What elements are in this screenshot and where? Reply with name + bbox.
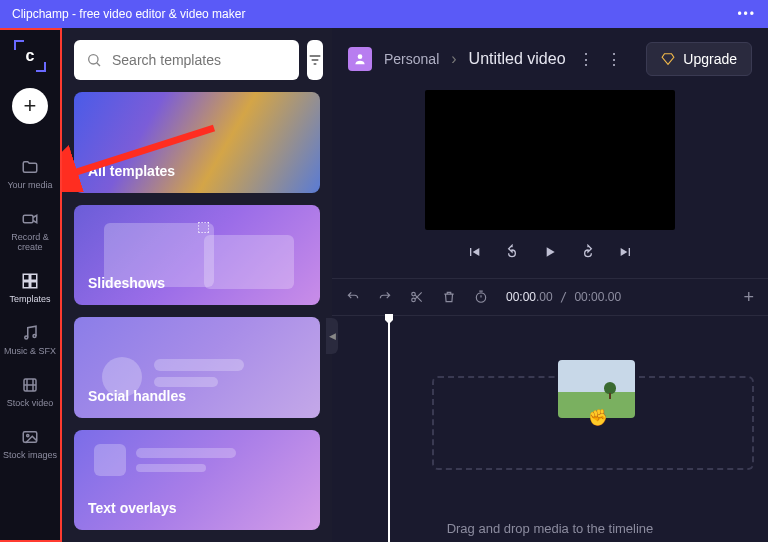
sidebar-item-label: Record & create (0, 232, 60, 252)
music-icon (21, 324, 39, 342)
sidebar-item-label: Your media (7, 180, 52, 190)
timeline-toolbar: 00:00.00 / 00:00.00 + (332, 278, 768, 316)
category-text-overlays[interactable]: Text overlays (74, 430, 320, 531)
chevron-right-icon: › (451, 50, 456, 68)
sidebar-item-label: Stock video (7, 398, 54, 408)
filter-icon (307, 52, 323, 68)
svg-rect-2 (31, 274, 37, 280)
svg-point-6 (33, 335, 36, 338)
left-sidebar: c + Your media Record & create Templates… (0, 28, 62, 542)
window-more-icon[interactable]: ••• (737, 7, 756, 21)
svg-rect-8 (23, 432, 37, 443)
sidebar-item-label: Templates (9, 294, 50, 304)
svg-point-12 (358, 54, 363, 59)
category-social-handles[interactable]: Social handles (74, 317, 320, 418)
svg-point-10 (89, 55, 98, 64)
filter-button[interactable] (307, 40, 323, 80)
sidebar-item-label: Stock images (3, 450, 57, 460)
sidebar-item-record[interactable]: Record & create (0, 200, 60, 262)
undo-button[interactable] (346, 290, 360, 304)
svg-point-9 (27, 434, 29, 436)
project-title[interactable]: Untitled video (469, 50, 566, 68)
sidebar-item-templates[interactable]: Templates (0, 262, 60, 314)
delete-button[interactable] (442, 290, 456, 304)
rewind-button[interactable] (504, 244, 520, 260)
diamond-icon (661, 52, 675, 66)
playhead[interactable] (388, 316, 390, 542)
image-icon (21, 428, 39, 446)
svg-rect-3 (23, 282, 29, 288)
sidebar-item-your-media[interactable]: Your media (0, 148, 60, 200)
project-extra-button[interactable]: ⋮ (606, 50, 622, 69)
editor-area: ◀ Personal › Untitled video ⋮ ⋮ Upgrade (332, 28, 768, 542)
redo-button[interactable] (378, 290, 392, 304)
grab-cursor-icon: ✊ (588, 408, 608, 427)
folder-icon (21, 158, 39, 176)
svg-rect-0 (23, 215, 33, 223)
skip-start-button[interactable] (466, 244, 482, 260)
sidebar-item-stock-video[interactable]: Stock video (0, 366, 60, 418)
upgrade-button[interactable]: Upgrade (646, 42, 752, 76)
add-track-button[interactable]: + (743, 287, 754, 308)
workspace-avatar[interactable] (348, 47, 372, 71)
sidebar-item-music[interactable]: Music & SFX (0, 314, 60, 366)
category-label: Social handles (88, 388, 186, 404)
templates-panel: All templates Slideshows Social handles … (62, 28, 332, 542)
cursor-icon: ⬚ (197, 218, 210, 234)
category-label: Slideshows (88, 275, 165, 291)
camera-icon (21, 210, 39, 228)
window-titlebar: Clipchamp - free video editor & video ma… (0, 0, 768, 28)
timecode-display: 00:00.00 / 00:00.00 (506, 290, 621, 304)
stopwatch-icon[interactable] (474, 290, 488, 304)
category-all-templates[interactable]: All templates (74, 92, 320, 193)
search-icon (86, 52, 102, 68)
skip-end-button[interactable] (618, 244, 634, 260)
person-icon (353, 52, 367, 66)
svg-rect-4 (31, 282, 37, 288)
category-label: All templates (88, 163, 175, 179)
play-button[interactable] (542, 244, 558, 260)
project-more-button[interactable]: ⋮ (578, 50, 594, 69)
window-title: Clipchamp - free video editor & video ma… (12, 7, 245, 21)
upgrade-label: Upgrade (683, 51, 737, 67)
timeline[interactable]: ✊ Drag and drop media to the timeline (332, 316, 768, 542)
video-preview[interactable] (425, 90, 675, 230)
playback-controls (332, 244, 768, 260)
sidebar-item-stock-images[interactable]: Stock images (0, 418, 60, 470)
search-templates-input[interactable] (74, 40, 299, 80)
search-field[interactable] (112, 52, 287, 68)
add-button[interactable]: + (12, 88, 48, 124)
templates-icon (21, 272, 39, 290)
forward-button[interactable] (580, 244, 596, 260)
app-logo: c (14, 40, 46, 72)
sidebar-item-label: Music & SFX (4, 346, 56, 356)
split-button[interactable] (410, 290, 424, 304)
film-icon (21, 376, 39, 394)
category-label: Text overlays (88, 500, 176, 516)
svg-point-5 (25, 336, 28, 339)
timeline-hint: Drag and drop media to the timeline (332, 521, 768, 536)
workspace-name[interactable]: Personal (384, 51, 439, 67)
svg-rect-1 (23, 274, 29, 280)
editor-topbar: Personal › Untitled video ⋮ ⋮ Upgrade (332, 28, 768, 90)
